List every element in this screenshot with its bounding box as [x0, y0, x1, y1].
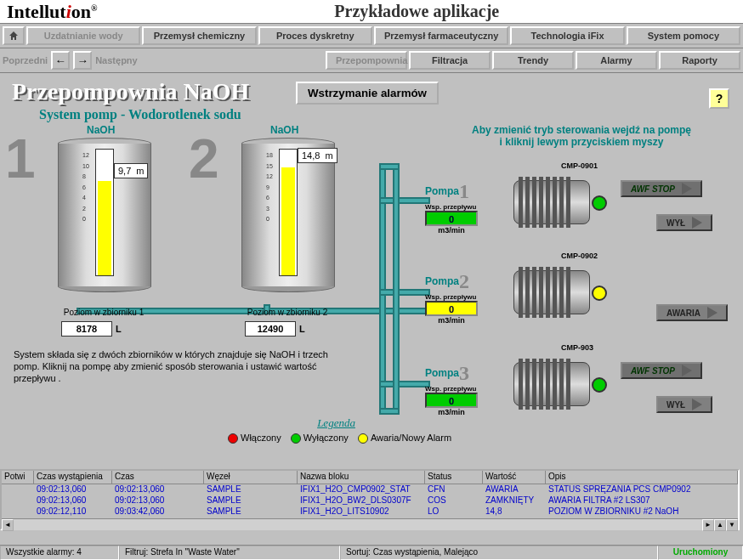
app-title: Przykładowe aplikacje — [98, 2, 736, 21]
tab-reports[interactable]: Raporty — [659, 51, 740, 70]
description-text: System składa się z dwóch zbiorników w k… — [14, 348, 354, 384]
pipe — [379, 289, 430, 296]
alarm-hscrollbar[interactable]: ◄ ► ▲ ▼ — [2, 518, 738, 530]
scroll-right-button[interactable]: ► — [702, 519, 714, 531]
col-value[interactable]: Wartość — [483, 471, 546, 484]
nav-pharma[interactable]: Przemysł farmaceutyczny — [374, 26, 509, 45]
flow-label: Wsp. przepływu — [425, 293, 495, 301]
tank-label: NaOH — [270, 124, 298, 136]
awf-stop-button[interactable]: AWF STOP — [621, 180, 702, 197]
status-alarm-count: Wszystkie alarmy: 4 — [0, 546, 119, 560]
pump-id: CMP-0902 — [561, 252, 598, 260]
flow-unit: m3/min — [425, 408, 478, 416]
tank-volume-input[interactable] — [61, 321, 112, 337]
nav-water-treatment[interactable]: Uzdatnianie wody — [26, 26, 140, 45]
legend: Legenda Włączony Wyłączony Awaria/Nowy A… — [221, 416, 451, 444]
col-block[interactable]: Nazwa bloku — [298, 471, 425, 484]
prev-label: Poprzedni — [3, 55, 48, 65]
alarm-row[interactable]: 09:02:13,06009:02:13,060SAMPLEIFIX1_H2O_… — [2, 495, 738, 506]
pump-name: Pompa3 — [425, 362, 495, 385]
nav-help-system[interactable]: System pomocy — [627, 26, 740, 45]
off-button[interactable]: WYŁ — [656, 214, 712, 231]
scroll-down-button[interactable]: ▼ — [726, 519, 738, 531]
col-status[interactable]: Status — [425, 471, 483, 484]
suspend-alarms-button[interactable]: Wstrzymanie alarmów — [296, 82, 439, 105]
status-running: Uruchomiony — [658, 546, 743, 560]
pipe — [393, 165, 400, 411]
tab-pumping[interactable]: Przepompownia — [326, 51, 407, 70]
col-time[interactable]: Czas — [112, 471, 204, 484]
tank-level-reading: 14,8m — [298, 148, 337, 163]
tank-scale: 1815129630 — [266, 150, 273, 225]
motor-icon — [513, 359, 615, 413]
scroll-up-button[interactable]: ▲ — [714, 519, 726, 531]
main-view: Przepompownia NaOH Wstrzymanie alarmów ?… — [0, 73, 743, 480]
off-button[interactable]: WYŁ — [656, 396, 712, 413]
pump-id: CMP-0901 — [561, 161, 598, 170]
legend-dot-off-icon — [291, 433, 301, 444]
status-led — [592, 377, 607, 393]
alarm-body[interactable]: 09:02:13,06009:02:13,060SAMPLEIFIX1_H2O_… — [2, 484, 738, 518]
tank-scale: 121086420 — [82, 150, 89, 225]
subtitle: System pomp - Wodorotlenek sodu — [39, 107, 241, 122]
tank-label: NaOH — [87, 124, 115, 136]
nav-chemical[interactable]: Przemysł chemiczny — [142, 26, 256, 45]
home-button[interactable] — [3, 26, 25, 45]
col-occur-time[interactable]: Czas wystąpienia — [34, 471, 112, 484]
status-led — [592, 286, 607, 301]
tank-number: 2 — [189, 127, 219, 190]
pipe — [379, 163, 400, 170]
legend-dot-on-icon — [228, 433, 238, 444]
tank-fill — [98, 181, 111, 275]
tab-alarms[interactable]: Alarmy — [576, 51, 657, 70]
col-node[interactable]: Węzeł — [204, 471, 298, 484]
legend-on: Włączony — [241, 433, 281, 443]
tank-volume-input[interactable] — [245, 321, 296, 337]
legend-title: Legenda — [221, 416, 451, 430]
motor-icon — [513, 267, 615, 321]
pipe — [379, 408, 400, 415]
nav-ifix[interactable]: Technologia iFix — [510, 26, 624, 45]
tab-filtration[interactable]: Filtracja — [409, 51, 491, 70]
awf-stop-button[interactable]: AWF STOP — [621, 362, 702, 379]
col-desc[interactable]: Opis — [546, 471, 738, 484]
col-ack[interactable]: Potwi — [2, 471, 34, 484]
help-button[interactable]: ? — [709, 88, 729, 109]
tank-number: 1 — [5, 127, 36, 190]
tank-caption: Poziom w zbiorniku 1 — [44, 308, 163, 317]
status-led — [592, 195, 607, 211]
tank-caption: Poziom w zbiorniku 2 — [228, 308, 347, 317]
flow-unit: m3/min — [425, 316, 478, 325]
flow-value: 0 — [425, 393, 478, 408]
tank-gauge — [95, 149, 114, 276]
legend-dot-alarm-icon — [358, 433, 368, 444]
legend-off: Wyłączony — [303, 433, 349, 443]
tank-fill — [281, 167, 295, 275]
tab-trends[interactable]: Trendy — [492, 51, 574, 70]
alarm-header-row: Potwi Czas wystąpienia Czas Węzeł Nazwa … — [2, 471, 738, 484]
prev-button[interactable]: ← — [51, 51, 70, 70]
motor-icon — [513, 177, 615, 231]
tank-volume: L — [245, 321, 305, 337]
fault-button[interactable]: AWARIA — [656, 304, 728, 321]
pipe — [379, 381, 430, 387]
pump-name: Pompa1 — [425, 180, 495, 203]
sub-nav: Poprzedni ← → Następny Przepompownia Fil… — [0, 48, 743, 73]
flow-label: Wsp. przepływu — [425, 385, 495, 393]
flow-value: 0 — [425, 301, 478, 316]
pipe — [379, 197, 430, 204]
scroll-left-button[interactable]: ◄ — [2, 519, 14, 531]
screen-title: Przepompownia NaOH — [12, 78, 249, 105]
tank-volume: L — [61, 321, 122, 337]
nav-discrete[interactable]: Proces dyskretny — [258, 26, 372, 45]
alarm-row[interactable]: 09:02:12,11009:03:42,060SAMPLEIFIX1_H2O_… — [2, 506, 738, 518]
status-filter: Filtruj: Strefa In "Waste Water" — [119, 546, 340, 560]
alarm-table: Potwi Czas wystąpienia Czas Węzeł Nazwa … — [0, 469, 740, 530]
flow-unit: m3/min — [425, 226, 478, 235]
main-nav: Uzdatnianie wody Przemysł chemiczny Proc… — [0, 24, 743, 48]
alarm-row[interactable]: 09:02:13,06009:02:13,060SAMPLEIFIX1_H2O_… — [2, 484, 738, 495]
legend-alarm: Awaria/Nowy Alarm — [371, 433, 451, 443]
tank-level-reading: 9,7m — [114, 163, 148, 178]
next-button[interactable]: → — [73, 51, 92, 70]
flow-value: 0 — [425, 211, 478, 226]
